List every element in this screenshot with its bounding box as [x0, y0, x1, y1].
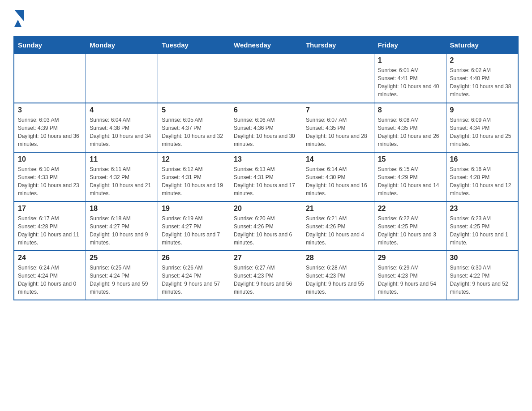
week-row-2: 3Sunrise: 6:03 AMSunset: 4:39 PMDaylight… — [14, 103, 518, 152]
calendar-cell: 17Sunrise: 6:17 AMSunset: 4:28 PMDayligh… — [14, 201, 86, 251]
week-row-3: 10Sunrise: 6:10 AMSunset: 4:33 PMDayligh… — [14, 152, 518, 201]
calendar-cell: 16Sunrise: 6:16 AMSunset: 4:28 PMDayligh… — [446, 152, 518, 201]
page-header — [13, 9, 519, 27]
day-number: 16 — [450, 155, 514, 163]
day-number: 22 — [378, 205, 442, 213]
calendar-cell: 24Sunrise: 6:24 AMSunset: 4:24 PMDayligh… — [14, 251, 86, 300]
calendar-cell: 28Sunrise: 6:28 AMSunset: 4:23 PMDayligh… — [302, 251, 374, 300]
calendar-cell — [86, 54, 158, 103]
day-info: Sunrise: 6:01 AMSunset: 4:41 PMDaylight:… — [378, 66, 442, 98]
calendar-cell: 8Sunrise: 6:08 AMSunset: 4:35 PMDaylight… — [374, 103, 446, 152]
day-number: 18 — [90, 205, 154, 213]
calendar-cell: 20Sunrise: 6:20 AMSunset: 4:26 PMDayligh… — [230, 201, 302, 251]
calendar-cell: 9Sunrise: 6:09 AMSunset: 4:34 PMDaylight… — [446, 103, 518, 152]
day-number: 17 — [18, 205, 82, 213]
calendar-cell: 26Sunrise: 6:26 AMSunset: 4:24 PMDayligh… — [158, 251, 230, 300]
day-number: 8 — [378, 106, 442, 114]
logo-blue-icon — [14, 20, 21, 27]
calendar-cell: 14Sunrise: 6:14 AMSunset: 4:30 PMDayligh… — [302, 152, 374, 201]
col-sunday: Sunday — [14, 36, 86, 54]
day-info: Sunrise: 6:13 AMSunset: 4:31 PMDaylight:… — [234, 165, 298, 197]
day-info: Sunrise: 6:16 AMSunset: 4:28 PMDaylight:… — [450, 165, 514, 197]
day-info: Sunrise: 6:29 AMSunset: 4:23 PMDaylight:… — [378, 264, 442, 296]
day-number: 25 — [90, 254, 154, 262]
day-number: 28 — [306, 254, 370, 262]
calendar-cell: 29Sunrise: 6:29 AMSunset: 4:23 PMDayligh… — [374, 251, 446, 300]
day-number: 7 — [306, 106, 370, 114]
day-number: 30 — [450, 254, 514, 262]
calendar-cell: 3Sunrise: 6:03 AMSunset: 4:39 PMDaylight… — [14, 103, 86, 152]
day-info: Sunrise: 6:14 AMSunset: 4:30 PMDaylight:… — [306, 165, 370, 197]
day-info: Sunrise: 6:05 AMSunset: 4:37 PMDaylight:… — [162, 116, 226, 148]
calendar-cell: 22Sunrise: 6:22 AMSunset: 4:25 PMDayligh… — [374, 201, 446, 251]
day-number: 15 — [378, 155, 442, 163]
calendar-cell: 11Sunrise: 6:11 AMSunset: 4:32 PMDayligh… — [86, 152, 158, 201]
day-info: Sunrise: 6:12 AMSunset: 4:31 PMDaylight:… — [162, 165, 226, 197]
calendar-cell: 1Sunrise: 6:01 AMSunset: 4:41 PMDaylight… — [374, 54, 446, 103]
calendar-cell: 13Sunrise: 6:13 AMSunset: 4:31 PMDayligh… — [230, 152, 302, 201]
day-number: 24 — [18, 254, 82, 262]
day-number: 23 — [450, 205, 514, 213]
calendar-cell: 2Sunrise: 6:02 AMSunset: 4:40 PMDaylight… — [446, 54, 518, 103]
day-info: Sunrise: 6:18 AMSunset: 4:27 PMDaylight:… — [90, 214, 154, 247]
day-number: 14 — [306, 155, 370, 163]
calendar-cell: 23Sunrise: 6:23 AMSunset: 4:25 PMDayligh… — [446, 201, 518, 251]
calendar-cell: 10Sunrise: 6:10 AMSunset: 4:33 PMDayligh… — [14, 152, 86, 201]
col-monday: Monday — [86, 36, 158, 54]
calendar-cell: 21Sunrise: 6:21 AMSunset: 4:26 PMDayligh… — [302, 201, 374, 251]
day-info: Sunrise: 6:26 AMSunset: 4:24 PMDaylight:… — [162, 264, 226, 296]
day-number: 20 — [234, 205, 298, 213]
col-tuesday: Tuesday — [158, 36, 230, 54]
calendar-cell: 18Sunrise: 6:18 AMSunset: 4:27 PMDayligh… — [86, 201, 158, 251]
svg-marker-1 — [14, 20, 21, 27]
day-info: Sunrise: 6:24 AMSunset: 4:24 PMDaylight:… — [18, 264, 82, 296]
day-number: 13 — [234, 155, 298, 163]
day-info: Sunrise: 6:09 AMSunset: 4:34 PMDaylight:… — [450, 116, 514, 148]
day-number: 5 — [162, 106, 226, 114]
calendar-cell: 5Sunrise: 6:05 AMSunset: 4:37 PMDaylight… — [158, 103, 230, 152]
day-number: 26 — [162, 254, 226, 262]
col-wednesday: Wednesday — [230, 36, 302, 54]
day-number: 1 — [378, 56, 442, 64]
day-info: Sunrise: 6:21 AMSunset: 4:26 PMDaylight:… — [306, 214, 370, 247]
day-info: Sunrise: 6:28 AMSunset: 4:23 PMDaylight:… — [306, 264, 370, 296]
day-info: Sunrise: 6:19 AMSunset: 4:27 PMDaylight:… — [162, 214, 226, 247]
calendar-cell: 7Sunrise: 6:07 AMSunset: 4:35 PMDaylight… — [302, 103, 374, 152]
calendar-table: Sunday Monday Tuesday Wednesday Thursday… — [13, 36, 519, 300]
day-number: 10 — [18, 155, 82, 163]
day-info: Sunrise: 6:27 AMSunset: 4:23 PMDaylight:… — [234, 264, 298, 296]
calendar-cell — [302, 54, 374, 103]
day-info: Sunrise: 6:08 AMSunset: 4:35 PMDaylight:… — [378, 116, 442, 148]
day-number: 27 — [234, 254, 298, 262]
logo — [13, 9, 24, 27]
day-info: Sunrise: 6:20 AMSunset: 4:26 PMDaylight:… — [234, 214, 298, 247]
calendar-cell — [158, 54, 230, 103]
day-number: 29 — [378, 254, 442, 262]
calendar-cell — [230, 54, 302, 103]
day-number: 2 — [450, 56, 514, 64]
week-row-4: 17Sunrise: 6:17 AMSunset: 4:28 PMDayligh… — [14, 201, 518, 251]
calendar-header-row: Sunday Monday Tuesday Wednesday Thursday… — [14, 36, 518, 54]
day-number: 19 — [162, 205, 226, 213]
day-info: Sunrise: 6:02 AMSunset: 4:40 PMDaylight:… — [450, 66, 514, 98]
col-friday: Friday — [374, 36, 446, 54]
day-number: 4 — [90, 106, 154, 114]
day-info: Sunrise: 6:17 AMSunset: 4:28 PMDaylight:… — [18, 214, 82, 247]
day-info: Sunrise: 6:11 AMSunset: 4:32 PMDaylight:… — [90, 165, 154, 197]
day-info: Sunrise: 6:10 AMSunset: 4:33 PMDaylight:… — [18, 165, 82, 197]
week-row-1: 1Sunrise: 6:01 AMSunset: 4:41 PMDaylight… — [14, 54, 518, 103]
day-info: Sunrise: 6:22 AMSunset: 4:25 PMDaylight:… — [378, 214, 442, 247]
calendar-cell — [14, 54, 86, 103]
col-thursday: Thursday — [302, 36, 374, 54]
col-saturday: Saturday — [446, 36, 518, 54]
calendar-cell: 27Sunrise: 6:27 AMSunset: 4:23 PMDayligh… — [230, 251, 302, 300]
calendar-cell: 4Sunrise: 6:04 AMSunset: 4:38 PMDaylight… — [86, 103, 158, 152]
calendar-cell: 6Sunrise: 6:06 AMSunset: 4:36 PMDaylight… — [230, 103, 302, 152]
calendar-cell: 25Sunrise: 6:25 AMSunset: 4:24 PMDayligh… — [86, 251, 158, 300]
calendar-cell: 30Sunrise: 6:30 AMSunset: 4:22 PMDayligh… — [446, 251, 518, 300]
day-info: Sunrise: 6:03 AMSunset: 4:39 PMDaylight:… — [18, 116, 82, 148]
day-info: Sunrise: 6:06 AMSunset: 4:36 PMDaylight:… — [234, 116, 298, 148]
week-row-5: 24Sunrise: 6:24 AMSunset: 4:24 PMDayligh… — [14, 251, 518, 300]
calendar-cell: 15Sunrise: 6:15 AMSunset: 4:29 PMDayligh… — [374, 152, 446, 201]
day-info: Sunrise: 6:15 AMSunset: 4:29 PMDaylight:… — [378, 165, 442, 197]
